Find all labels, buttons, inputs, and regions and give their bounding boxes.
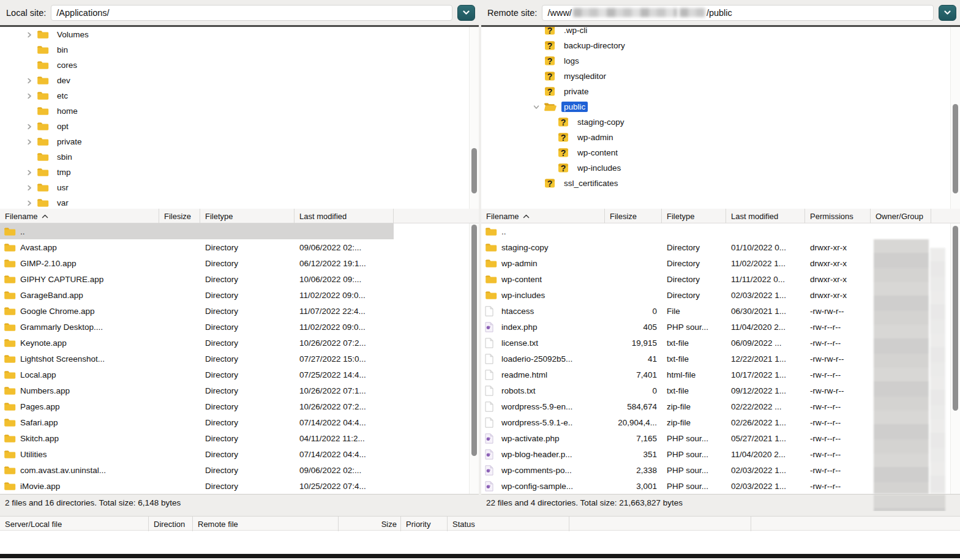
queue-column-header-size[interactable]: Size: [339, 517, 401, 531]
tree-item-private[interactable]: private: [0, 134, 469, 149]
file-row-Grammarly-Desktop....[interactable]: Grammarly Desktop....Directory11/02/2022…: [0, 319, 479, 335]
tree-item-public[interactable]: public: [481, 99, 950, 114]
tree-expander[interactable]: [22, 165, 37, 180]
remote-list-scrollbar[interactable]: [950, 223, 960, 494]
local-list-scrollbar[interactable]: [469, 223, 479, 494]
modified-cell: 11/07/2022 22:4...: [294, 307, 394, 316]
tree-expander[interactable]: [529, 99, 544, 114]
chevron-right-icon: [26, 93, 32, 99]
column-header-last-modified[interactable]: Last modified: [726, 209, 805, 223]
column-header-filetype[interactable]: Filetype: [662, 209, 726, 223]
column-header-filetype[interactable]: Filetype: [200, 209, 294, 223]
tree-item-private[interactable]: ?private: [481, 84, 950, 99]
column-header-filesize[interactable]: Filesize: [159, 209, 200, 223]
tree-item-usr[interactable]: usr: [0, 180, 469, 195]
tree-item-dev[interactable]: dev: [0, 73, 469, 88]
local-tree-scrollbar-thumb[interactable]: [471, 148, 477, 193]
local-tree-scrollbar[interactable]: [469, 27, 479, 209]
modified-cell: 10/26/2022 07:1...: [294, 386, 394, 395]
modified-cell: 07/14/2022 04:4...: [294, 418, 394, 427]
tree-expander[interactable]: [22, 195, 37, 209]
tree-item-icon: [37, 91, 50, 101]
type-cell: Directory: [200, 482, 294, 491]
file-row-Safari.app[interactable]: Safari.appDirectory07/14/2022 04:4...: [0, 414, 479, 430]
tree-item-icon: [37, 29, 50, 40]
file-row-Skitch.app[interactable]: Skitch.appDirectory04/11/2022 11:2...: [0, 430, 479, 446]
file-row-GarageBand.app[interactable]: GarageBand.appDirectory11/02/2022 09:0..…: [0, 287, 479, 303]
queue-column-header-status[interactable]: Status: [448, 517, 569, 531]
file-row-com.avast.av.uninstal...[interactable]: com.avast.av.uninstal...Directory09/06/2…: [0, 462, 479, 478]
filename-text: iMovie.app: [20, 482, 60, 491]
file-row-..[interactable]: ..: [0, 223, 479, 239]
file-row-GIMP-2.10.app[interactable]: GIMP-2.10.appDirectory06/12/2022 19:1...: [0, 255, 479, 271]
column-header-permissions[interactable]: Permissions: [805, 209, 871, 223]
folder-open-icon: [544, 102, 557, 111]
modified-cell: 02/03/2022 1...: [726, 291, 805, 300]
tree-expander[interactable]: [22, 180, 37, 195]
transfer-queue-body[interactable]: [0, 531, 960, 554]
tree-item-wp-admin[interactable]: ?wp-admin: [481, 130, 950, 145]
tree-item-wp-content[interactable]: ?wp-content: [481, 145, 950, 160]
remote-tree-scrollbar[interactable]: [950, 27, 960, 209]
tree-expander[interactable]: [22, 27, 37, 42]
queue-column-filler: [751, 517, 960, 531]
local-path-dropdown-button[interactable]: [457, 5, 475, 21]
modified-cell: 09/12/2022 1...: [726, 386, 805, 395]
tree-item-wp-includes[interactable]: ?wp-includes: [481, 160, 950, 176]
queue-column-header-priority[interactable]: Priority: [401, 517, 448, 531]
file-row-..[interactable]: ..: [481, 223, 960, 239]
file-row-Avast.app[interactable]: Avast.appDirectory09/06/2022 02:...: [0, 239, 479, 255]
tree-item-backup-directory[interactable]: ?backup-directory: [481, 38, 950, 53]
file-row-Local.app[interactable]: Local.appDirectory07/25/2022 14:4...: [0, 367, 479, 383]
tree-item-sbin[interactable]: sbin: [0, 149, 469, 165]
column-header-filename[interactable]: Filename: [0, 209, 159, 223]
file-row-Utilities[interactable]: UtilitiesDirectory07/14/2022 04:4...: [0, 446, 479, 462]
remote-path-dropdown-button[interactable]: [939, 5, 956, 21]
tree-expander[interactable]: [22, 73, 37, 88]
filename-cell: staging-copy: [481, 242, 605, 253]
tree-item-bin[interactable]: bin: [0, 42, 469, 58]
queue-column-header-remote-file[interactable]: Remote file: [193, 517, 339, 531]
column-header-filler: [394, 209, 479, 223]
tree-expander[interactable]: [22, 119, 37, 134]
tree-item-logs[interactable]: ?logs: [481, 53, 950, 69]
file-type-icon: [4, 258, 16, 269]
file-row-Google-Chrome.app[interactable]: Google Chrome.appDirectory11/07/2022 22:…: [0, 303, 479, 319]
queue-column-header-direction[interactable]: Direction: [149, 517, 193, 531]
tree-expander[interactable]: [22, 88, 37, 103]
remote-list-scrollbar-thumb[interactable]: [953, 226, 958, 411]
column-header-filename[interactable]: Filename: [481, 209, 605, 223]
remote-path-input[interactable]: /www/ /public: [542, 5, 934, 21]
tree-item-mysqleditor[interactable]: ?mysqleditor: [481, 69, 950, 84]
tree-item-.wp-cli[interactable]: ?.wp-cli: [481, 27, 950, 38]
tree-item-Volumes[interactable]: Volumes: [0, 27, 469, 42]
tree-item-label: logs: [561, 56, 582, 66]
tree-expander[interactable]: [22, 134, 37, 149]
file-row-Pages.app[interactable]: Pages.appDirectory10/26/2022 07:2...: [0, 398, 479, 414]
file-row-Numbers.app[interactable]: Numbers.appDirectory10/26/2022 07:1...: [0, 383, 479, 398]
filename-cell: Pages.app: [0, 401, 159, 412]
tree-item-opt[interactable]: opt: [0, 119, 469, 134]
file-row-iMovie.app[interactable]: iMovie.appDirectory10/25/2022 07:4...: [0, 478, 479, 494]
local-list-scrollbar-thumb[interactable]: [471, 225, 477, 456]
tree-item-tmp[interactable]: tmp: [0, 165, 469, 180]
remote-status-text: 22 files and 4 directories. Total size: …: [486, 498, 683, 507]
tree-item-var[interactable]: var: [0, 195, 469, 209]
file-row-GIPHY-CAPTURE.app[interactable]: GIPHY CAPTURE.appDirectory10/06/2022 09:…: [0, 271, 479, 287]
file-row-Lightshot-Screenshot...[interactable]: Lightshot Screenshot...Directory07/27/20…: [0, 351, 479, 367]
tree-item-home[interactable]: home: [0, 103, 469, 119]
tree-item-staging-copy[interactable]: ?staging-copy: [481, 114, 950, 130]
file-type-icon: [4, 433, 16, 444]
column-header-last-modified[interactable]: Last modified: [294, 209, 394, 223]
tree-item-cores[interactable]: cores: [0, 58, 469, 73]
file-type-icon: [4, 449, 16, 460]
remote-tree-scrollbar-thumb[interactable]: [953, 104, 958, 193]
tree-item-ssl_certificates[interactable]: ?ssl_certificates: [481, 176, 950, 191]
local-path-input[interactable]: /Applications/: [51, 5, 452, 21]
column-header-owner-group[interactable]: Owner/Group: [871, 209, 931, 223]
queue-column-header-server-local-file[interactable]: Server/Local file: [0, 517, 149, 531]
file-row-Keynote.app[interactable]: Keynote.appDirectory10/26/2022 07:2...: [0, 335, 479, 351]
tree-item-etc[interactable]: etc: [0, 88, 469, 103]
local-pane-list: FilenameFilesizeFiletypeLast modified ..…: [0, 209, 479, 511]
column-header-filesize[interactable]: Filesize: [605, 209, 662, 223]
